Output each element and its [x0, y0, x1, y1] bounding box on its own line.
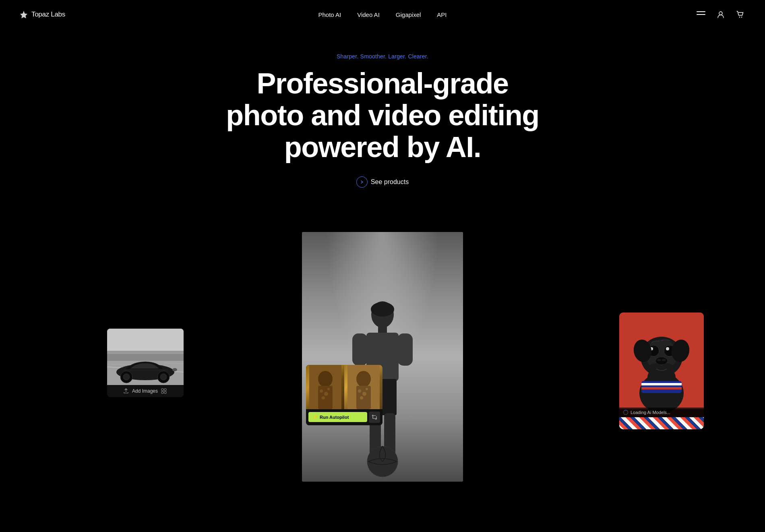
hero-tagline: Sharper. Smoother. Larger. Clearer. [8, 53, 757, 60]
portrait-before [306, 365, 344, 409]
svg-rect-10 [397, 333, 413, 366]
svg-point-6 [371, 302, 394, 317]
car-scene [107, 329, 184, 385]
crop-icon [372, 414, 377, 420]
car-photo [107, 329, 184, 385]
navigation: Topaz Labs Photo AI Video AI Gigapixel A… [0, 0, 765, 29]
grid-icon [161, 388, 167, 394]
upload-icon [123, 388, 129, 394]
svg-rect-67 [641, 383, 682, 385]
loading-status-text: Loading Ai Models... [631, 410, 670, 415]
see-products-circle-icon [356, 176, 368, 188]
see-products-label: See products [371, 178, 409, 186]
svg-point-60 [657, 359, 661, 361]
svg-point-4 [741, 17, 742, 17]
svg-point-40 [160, 374, 167, 380]
svg-rect-48 [161, 391, 163, 393]
svg-rect-22 [309, 365, 341, 409]
cart-icon-button[interactable] [734, 9, 746, 20]
run-autopilot-button[interactable]: ⚡ Run Autopilot [308, 412, 367, 422]
nav-api[interactable]: API [437, 11, 447, 18]
svg-rect-47 [164, 389, 166, 391]
svg-point-3 [739, 17, 740, 17]
chevron-right-icon [360, 180, 364, 184]
menu-icon [697, 11, 705, 18]
svg-point-41 [172, 368, 177, 371]
svg-rect-0 [697, 11, 705, 12]
center-bw-image [302, 232, 463, 482]
svg-rect-9 [352, 333, 368, 366]
loading-spinner-icon [623, 410, 628, 415]
nav-links: Photo AI Video AI Gigapixel API [318, 11, 447, 18]
svg-rect-46 [161, 389, 163, 391]
add-images-bar[interactable]: Add Images [107, 385, 184, 397]
pug-image-panel: Loading Ai Models... [619, 313, 704, 429]
see-products-button[interactable]: See products [356, 176, 409, 188]
svg-rect-1 [697, 14, 705, 15]
svg-point-59 [656, 357, 667, 364]
user-icon [717, 10, 725, 19]
portrait-comparison [306, 365, 382, 409]
nav-action-icons [695, 9, 746, 20]
nav-gigapixel[interactable]: Gigapixel [396, 11, 421, 18]
nav-photo-ai[interactable]: Photo AI [318, 11, 341, 18]
svg-rect-30 [347, 365, 380, 409]
panel-controls: ⚡ Run Autopilot [306, 409, 382, 425]
svg-rect-49 [164, 391, 166, 393]
user-icon-button[interactable] [715, 9, 726, 20]
svg-rect-35 [107, 351, 184, 354]
hero-title: Professional-grade photo and video editi… [225, 68, 540, 164]
pug-photo: Loading Ai Models... [619, 313, 704, 417]
svg-point-61 [662, 359, 666, 361]
portrait-before-image [309, 365, 341, 409]
svg-point-62 [649, 363, 662, 373]
logo[interactable]: Topaz Labs [19, 10, 65, 19]
lightning-icon: ⚡ [312, 414, 318, 420]
gallery-section: ⚡ Run Autopilot [0, 216, 765, 498]
portrait-after-image [347, 365, 380, 409]
svg-point-38 [123, 374, 130, 380]
crop-button[interactable] [369, 412, 380, 423]
logo-icon [19, 10, 28, 19]
add-images-label: Add Images [132, 388, 158, 394]
loading-status-bar: Loading Ai Models... [619, 408, 704, 417]
svg-rect-68 [641, 387, 682, 389]
before-after-panel: ⚡ Run Autopilot [306, 365, 382, 425]
svg-point-2 [719, 12, 722, 15]
portrait-after [344, 365, 382, 409]
car-image-panel: Add Images [107, 329, 184, 397]
svg-point-63 [661, 363, 674, 373]
menu-icon-button[interactable] [695, 10, 707, 19]
pug-scene [619, 313, 704, 417]
svg-point-58 [666, 347, 669, 350]
cart-icon [736, 10, 744, 19]
logo-text: Topaz Labs [31, 10, 65, 19]
decorative-stripes [619, 417, 704, 429]
nav-video-ai[interactable]: Video AI [357, 11, 380, 18]
hero-section: Sharper. Smoother. Larger. Clearer. Prof… [0, 29, 765, 204]
autopilot-label: Run Autopilot [320, 415, 349, 420]
